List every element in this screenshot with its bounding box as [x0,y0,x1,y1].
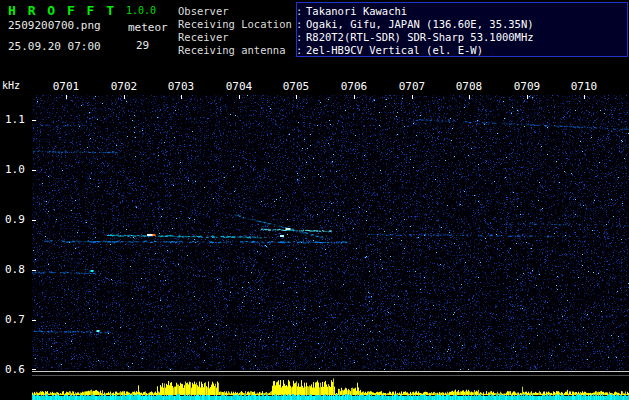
signal-level-canvas [32,371,629,400]
freq-tick-label: 0.6 [5,363,29,376]
info-value-location: Ogaki, Gifu, JAPAN (136.60E, 35.35N) [306,18,534,30]
time-tick-label: 0705 [274,80,318,93]
mode-label: meteor [128,21,168,34]
time-tick-label: 0710 [562,80,606,93]
app-version: 1.0.0 [126,5,156,16]
info-label-receiver: Receiver [178,31,296,43]
info-row-receiver: Receiver:R820T2(RTL-SDR) SDR-Sharp 53.10… [178,31,534,43]
meteor-count: 29 [136,39,149,52]
info-value-antenna: 2el-HB9CV Vertical (el. E-W) [306,44,483,56]
info-value-observer: Takanori Kawachi [306,5,407,17]
freq-tick-label: 0.9 [5,213,29,226]
info-row-observer: Observer:Takanori Kawachi [178,5,407,17]
time-tick-label: 0703 [159,80,203,93]
time-tick-label: 0707 [390,80,434,93]
info-label-antenna: Receiving antenna [178,44,296,56]
freq-tick-label: 1.0 [5,163,29,176]
app-title: H R O F F T [8,3,116,18]
spectrogram-canvas [32,95,629,370]
time-tick-label: 0701 [44,80,88,93]
info-colon: : [296,31,306,43]
time-tick-label: 0704 [217,80,261,93]
info-colon: : [296,5,306,17]
info-row-location: Receiving Location:Ogaki, Gifu, JAPAN (1… [178,18,534,30]
freq-tick-label: 0.7 [5,313,29,326]
time-axis: 0701 0702 0703 0704 0705 0706 0707 0708 … [32,80,629,93]
info-label-observer: Observer [178,5,296,17]
time-tick-label: 0702 [102,80,146,93]
freq-tick-label: 0.8 [5,263,29,276]
time-tick-label: 0709 [505,80,549,93]
freq-axis-unit-label: kHz [2,80,20,91]
info-label-location: Receiving Location [178,18,296,30]
freq-tick-label: 1.1 [5,113,29,126]
info-colon: : [296,18,306,30]
info-colon: : [296,44,306,56]
time-tick-label: 0706 [332,80,376,93]
hrofft-window: H R O F F T 1.0.0 2509200700.png meteor … [0,0,629,400]
info-row-antenna: Receiving antenna:2el-HB9CV Vertical (el… [178,44,483,56]
info-value-receiver: R820T2(RTL-SDR) SDR-Sharp 53.1000MHz [306,31,534,43]
observation-datetime: 25.09.20 07:00 [8,40,101,53]
time-tick-label: 0708 [447,80,491,93]
output-filename: 2509200700.png [8,19,101,32]
